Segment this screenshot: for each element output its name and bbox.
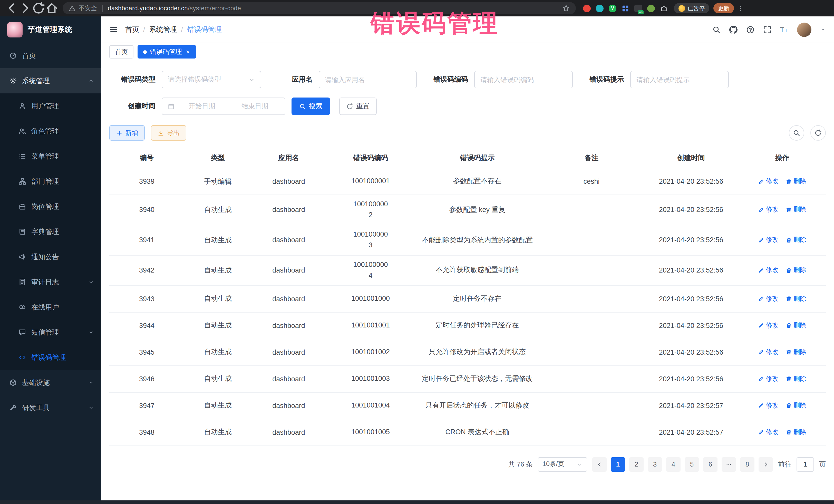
page-button-6[interactable]: 6 (703, 457, 718, 472)
edit-link[interactable]: 修改 (758, 374, 778, 383)
edit-link[interactable]: 修改 (758, 321, 778, 330)
reset-button[interactable]: 重置 (339, 97, 377, 115)
extension-green-icon[interactable]: V (609, 4, 616, 12)
table-tools (789, 125, 826, 140)
more-pages-button[interactable] (722, 457, 736, 472)
delete-link[interactable]: 删除 (786, 401, 806, 410)
cell-error-hint: 只允许修改为开启或者关闭状态 (415, 347, 540, 357)
delete-link[interactable]: 删除 (786, 348, 806, 356)
font-size-icon[interactable]: TT (780, 25, 788, 34)
breadcrumb-system[interactable]: 系统管理 (149, 25, 177, 34)
extensions-puzzle-icon[interactable] (660, 4, 668, 12)
select-placeholder: 请选择错误码类型 (168, 75, 221, 84)
edit-link[interactable]: 修改 (758, 236, 778, 245)
extension-on-icon[interactable] (634, 4, 642, 12)
sidebar-item-gear[interactable]: 系统管理 (0, 68, 101, 93)
address-bar[interactable]: 不安全 dashboard.yudao.iocoder.cn /system/e… (63, 2, 576, 14)
sidebar-item-sms[interactable]: 短信管理 (0, 320, 101, 345)
sidebar-item-code[interactable]: 错误码管理 (0, 345, 101, 370)
tab-label: 错误码管理 (150, 47, 182, 56)
edit-link[interactable]: 修改 (758, 205, 778, 214)
add-button[interactable]: 新增 (109, 125, 145, 140)
cell-create-time: 2021-04-20 23:52:57 (643, 401, 739, 409)
sidebar-item-tools[interactable]: 研发工具 (0, 395, 101, 420)
sidebar-item-badge[interactable]: 岗位管理 (0, 194, 101, 219)
sidebar-item-online[interactable]: 在线用户 (0, 294, 101, 320)
extension-teal-icon[interactable] (596, 4, 603, 12)
page-size-select[interactable]: 10条/页 (538, 457, 587, 472)
breadcrumb-home[interactable]: 首页 (125, 25, 139, 34)
page-button-3[interactable]: 3 (648, 457, 662, 472)
error-type-select[interactable]: 请选择错误码类型 (162, 71, 261, 88)
menu-fold-icon[interactable] (109, 25, 118, 34)
chevron-down-icon[interactable] (820, 27, 826, 32)
sidebar-item-book[interactable]: 字典管理 (0, 219, 101, 244)
edit-link[interactable]: 修改 (758, 348, 778, 356)
sidebar-item-announcement[interactable]: 通知公告 (0, 244, 101, 269)
delete-link[interactable]: 删除 (786, 236, 806, 245)
page-button-4[interactable]: 4 (666, 457, 681, 472)
delete-link[interactable]: 删除 (786, 294, 806, 303)
edit-icon (758, 178, 764, 184)
caret-down-icon (88, 405, 94, 411)
date-range-picker[interactable]: 开始日期 - 结束日期 (162, 97, 285, 115)
table-refresh-button[interactable] (810, 125, 826, 140)
github-icon[interactable] (729, 25, 738, 34)
delete-link[interactable]: 删除 (786, 177, 806, 186)
edit-link[interactable]: 修改 (758, 428, 778, 437)
sidebar-menu: 首页系统管理用户管理角色管理菜单管理部门管理岗位管理字典管理通知公告审计日志在线… (0, 43, 101, 420)
delete-link[interactable]: 删除 (786, 428, 806, 437)
delete-link[interactable]: 删除 (786, 205, 806, 214)
delete-link[interactable]: 删除 (786, 321, 806, 330)
security-indicator[interactable]: 不安全 (69, 4, 97, 13)
search-button[interactable]: 搜索 (291, 97, 330, 115)
page-button-5[interactable]: 5 (685, 457, 699, 472)
prev-page-button[interactable] (592, 457, 607, 472)
delete-link[interactable]: 删除 (786, 374, 806, 383)
sidebar-item-user[interactable]: 用户管理 (0, 93, 101, 118)
extension-red-icon[interactable] (583, 4, 591, 12)
home-icon[interactable] (45, 2, 59, 15)
update-button[interactable]: 更新 (714, 3, 734, 13)
tab-error-code[interactable]: 错误码管理 (137, 45, 196, 59)
export-button[interactable]: 导出 (151, 125, 186, 140)
edit-link[interactable]: 修改 (758, 294, 778, 303)
page-button-8[interactable]: 8 (740, 457, 754, 472)
edit-link[interactable]: 修改 (758, 266, 778, 275)
error-code-input[interactable] (474, 71, 573, 88)
bookmark-star-icon[interactable] (563, 5, 570, 12)
user-avatar[interactable] (797, 22, 811, 37)
edit-link[interactable]: 修改 (758, 177, 778, 186)
help-icon[interactable] (746, 25, 754, 34)
next-page-button[interactable] (759, 457, 773, 472)
delete-link[interactable]: 删除 (786, 266, 806, 275)
app-name-input[interactable] (319, 71, 417, 88)
tab-home[interactable]: 首页 (109, 45, 133, 59)
search-icon[interactable] (712, 25, 721, 34)
sidebar-item-infra[interactable]: 基础设施 (0, 370, 101, 395)
goto-page-input[interactable] (796, 457, 814, 472)
extension-leaf-icon[interactable] (647, 4, 655, 12)
back-icon[interactable] (5, 2, 19, 15)
sidebar-item-log[interactable]: 审计日志 (0, 269, 101, 294)
page-button-2[interactable]: 2 (629, 457, 643, 472)
app-logo-row[interactable]: 芋道管理系统 (0, 17, 101, 43)
error-hint-input[interactable] (630, 71, 729, 88)
browser-menu-icon[interactable] (737, 5, 744, 12)
sidebar-item-users[interactable]: 角色管理 (0, 118, 101, 144)
reload-icon[interactable] (32, 2, 45, 15)
edit-link[interactable]: 修改 (758, 401, 778, 410)
paused-badge[interactable]: 已暂停 (674, 3, 709, 13)
sidebar-item-menu-list[interactable]: 菜单管理 (0, 144, 101, 169)
delete-icon (786, 207, 792, 213)
sidebar-item-dashboard[interactable]: 首页 (0, 43, 101, 68)
extension-grid-icon[interactable] (621, 4, 629, 12)
page-button-1[interactable]: 1 (611, 457, 625, 472)
sidebar-item-label: 角色管理 (31, 127, 59, 136)
fullscreen-icon[interactable] (763, 25, 771, 34)
sidebar-item-org[interactable]: 部门管理 (0, 169, 101, 194)
close-icon[interactable] (185, 49, 190, 54)
forward-icon[interactable] (19, 2, 32, 15)
active-dot-icon (143, 50, 147, 53)
table-search-toggle-button[interactable] (789, 125, 804, 140)
